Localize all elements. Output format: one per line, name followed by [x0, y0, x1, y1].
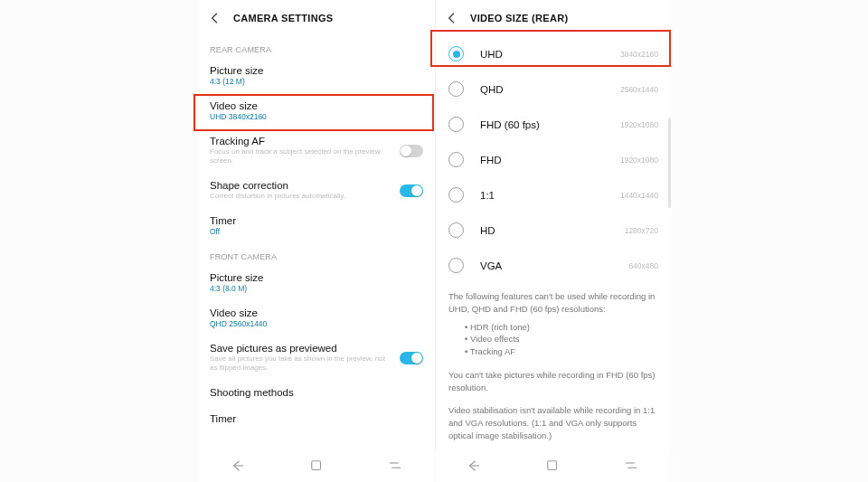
nav-recents-icon[interactable]: [385, 456, 405, 476]
row-rear-picture-size[interactable]: Picture size 4:3 (12 M): [199, 58, 434, 93]
row-rear-video-size[interactable]: Video size UHD 3840x2160: [199, 93, 434, 128]
row-shape-correction[interactable]: Shape correction Correct distortion in p…: [199, 173, 434, 208]
radio-icon[interactable]: [448, 117, 464, 132]
scrollbar[interactable]: [668, 118, 671, 208]
row-title: Picture size: [210, 272, 423, 283]
option-qhd[interactable]: QHD2560x1440: [436, 71, 671, 107]
option-label: QHD: [480, 84, 620, 95]
note-text: You can't take pictures while recording …: [448, 369, 658, 394]
section-head-front: FRONT CAMERA: [199, 243, 434, 265]
row-title: Picture size: [210, 65, 423, 76]
navbar: [435, 449, 670, 482]
toggle-shape-correction[interactable]: [400, 184, 423, 197]
option-label: HD: [480, 225, 625, 236]
back-icon[interactable]: [206, 9, 224, 27]
nav-recents-icon[interactable]: [621, 456, 641, 476]
radio-icon[interactable]: [448, 187, 464, 203]
option-label: VGA: [480, 260, 628, 271]
option-resolution: 1920x1080: [620, 120, 658, 129]
option-1-1[interactable]: 1:11440x1440: [436, 177, 671, 213]
row-title: Tracking AF: [210, 136, 389, 146]
row-sub: QHD 2560x1440: [210, 319, 423, 328]
row-title: Save pictures as previewed: [210, 343, 389, 354]
option-resolution: 640x480: [628, 261, 658, 270]
row-desc: Correct distortion in pictures automatic…: [210, 192, 389, 201]
nav-home-icon[interactable]: [307, 456, 326, 476]
row-sub: 4:3 (8.0 M): [210, 284, 423, 293]
option-resolution: 1440x1440: [620, 191, 658, 200]
page-title: CAMERA SETTINGS: [233, 13, 333, 24]
row-shooting-methods[interactable]: Shooting methods: [199, 380, 434, 406]
option-label: FHD: [480, 155, 620, 165]
option-resolution: 1920x1080: [620, 156, 658, 165]
radio-icon[interactable]: [448, 46, 464, 61]
radio-icon[interactable]: [448, 81, 464, 97]
row-title: Video size: [210, 100, 423, 111]
row-desc: Focus on and track a subject selected on…: [210, 147, 389, 165]
radio-icon[interactable]: [448, 222, 464, 238]
radio-icon[interactable]: [448, 258, 464, 273]
option-label: 1:1: [480, 190, 620, 201]
row-desc: Save all pictures you take as shown in t…: [210, 354, 389, 373]
row-title: Shape correction: [210, 180, 389, 191]
navbar: [199, 449, 434, 482]
back-icon[interactable]: [443, 9, 461, 27]
option-label: FHD (60 fps): [480, 119, 620, 130]
note-text: The following features can't be used whi…: [448, 290, 658, 316]
section-head-rear: REAR CAMERA: [199, 36, 434, 58]
option-resolution: 3840x2160: [620, 50, 658, 59]
row-title: Video size: [210, 307, 423, 318]
nav-back-icon[interactable]: [464, 456, 484, 476]
row-title: Timer: [210, 215, 423, 226]
page-title: VIDEO SIZE (REAR): [470, 13, 568, 24]
row-sub: 4:3 (12 M): [210, 77, 423, 86]
toggle-save-as-previewed[interactable]: [400, 352, 423, 364]
nav-home-icon[interactable]: [542, 456, 562, 476]
row-front-picture-size[interactable]: Picture size 4:3 (8.0 M): [199, 265, 434, 300]
row-title: Shooting methods: [210, 387, 423, 398]
row-sub: UHD 3840x2160: [210, 112, 423, 121]
note-bullet: • Video effects: [448, 333, 658, 345]
option-resolution: 1280x720: [625, 226, 658, 235]
option-uhd[interactable]: UHD3840x2160: [436, 36, 671, 71]
note-text: Video stabilisation isn't available whil…: [448, 404, 658, 441]
note-bullet: • Tracking AF: [448, 345, 658, 358]
note-bullet: • HDR (rich tone): [448, 321, 658, 334]
option-label: UHD: [480, 49, 620, 60]
option-fhd[interactable]: FHD1920x1080: [436, 142, 671, 177]
toggle-tracking-af[interactable]: [400, 145, 423, 157]
svg-rect-3: [548, 461, 557, 470]
option-hd[interactable]: HD1280x720: [436, 213, 671, 248]
radio-icon[interactable]: [448, 152, 464, 167]
row-save-as-previewed[interactable]: Save pictures as previewed Save all pict…: [199, 336, 434, 380]
option-vga[interactable]: VGA640x480: [436, 248, 671, 283]
row-tracking-af[interactable]: Tracking AF Focus on and track a subject…: [199, 128, 434, 173]
option-fhd-60-fps-[interactable]: FHD (60 fps)1920x1080: [436, 107, 671, 142]
row-title: Timer: [210, 413, 423, 424]
row-rear-timer[interactable]: Timer Off: [199, 208, 434, 243]
row-front-timer[interactable]: Timer: [199, 406, 434, 427]
row-sub: Off: [210, 227, 423, 236]
svg-rect-1: [312, 461, 321, 470]
option-resolution: 2560x1440: [620, 85, 658, 94]
row-front-video-size[interactable]: Video size QHD 2560x1440: [199, 300, 434, 336]
nav-back-icon[interactable]: [228, 456, 248, 476]
